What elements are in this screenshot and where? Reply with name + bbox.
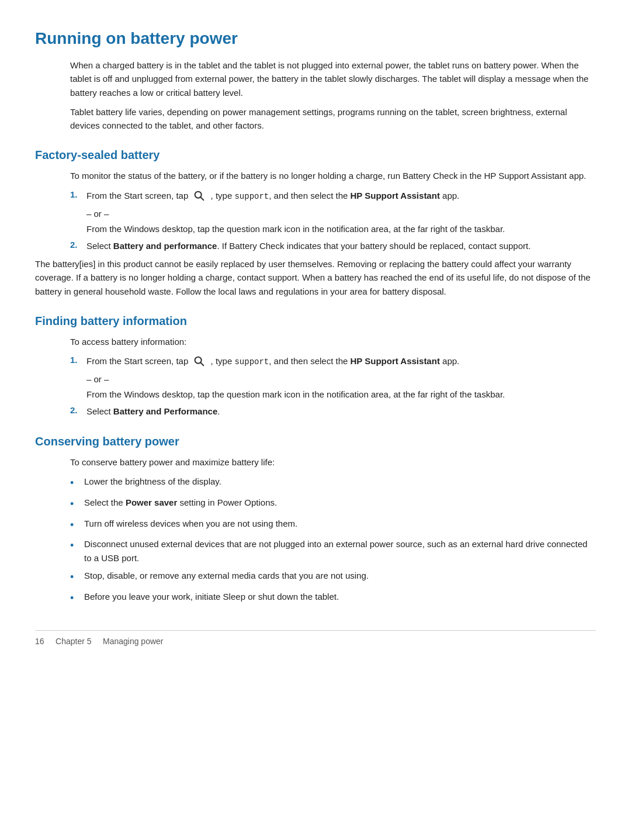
- or-separator-2: – or –: [86, 374, 596, 384]
- factory-step-1: 1. From the Start screen, tap , type sup…: [70, 189, 596, 204]
- conserving-bullet-list: • Lower the brightness of the display. •…: [70, 475, 596, 607]
- conserving-title: Conserving battery power: [35, 435, 596, 448]
- bullet-item-4: • Disconnect unused external devices tha…: [70, 537, 596, 565]
- svg-line-1: [201, 197, 204, 200]
- factory-sealed-title: Factory-sealed battery: [35, 148, 596, 162]
- warranty-text: The battery[ies] in this product cannot …: [35, 257, 596, 298]
- bullet-item-6: • Before you leave your work, initiate S…: [70, 590, 596, 607]
- bullet-item-2: • Select the Power saver setting in Powe…: [70, 496, 596, 513]
- svg-line-3: [201, 362, 204, 365]
- bullet-item-3: • Turn off wireless devices when you are…: [70, 517, 596, 534]
- bullet-dot-6: •: [70, 590, 84, 607]
- finding-battery-intro: To access battery information:: [70, 335, 596, 348]
- bullet-text-6: Before you leave your work, initiate Sle…: [84, 590, 596, 603]
- step-1-app-name: HP Support Assistant: [351, 191, 440, 201]
- step-1-content: From the Start screen, tap , type suppor…: [86, 189, 596, 204]
- factory-step-2: 2. Select Battery and performance. If Ba…: [70, 239, 596, 253]
- step-2-number: 2.: [70, 239, 86, 250]
- from-desktop-2: From the Windows desktop, tap the questi…: [86, 388, 596, 401]
- power-saver-bold: Power saver: [126, 497, 177, 507]
- page-footer: 16 Chapter 5 Managing power: [35, 630, 596, 646]
- factory-sealed-intro: To monitor the status of the battery, or…: [70, 169, 596, 182]
- bullet-text-4: Disconnect unused external devices that …: [84, 537, 596, 565]
- finding-battery-title: Finding battery information: [35, 314, 596, 328]
- intro-para1: When a charged battery is in the tablet …: [70, 58, 596, 99]
- page-title: Running on battery power: [35, 29, 596, 48]
- bullet-item-1: • Lower the brightness of the display.: [70, 475, 596, 492]
- bullet-dot-5: •: [70, 569, 84, 586]
- footer-chapter: Chapter 5: [56, 637, 91, 646]
- step-2-bold: Battery and performance: [113, 241, 217, 251]
- finding-step-2-number: 2.: [70, 405, 86, 415]
- finding-battery-step2: 2. Select Battery and Performance.: [70, 405, 596, 418]
- step-2-content: Select Battery and performance. If Batte…: [86, 239, 596, 253]
- factory-sealed-step2: 2. Select Battery and performance. If Ba…: [70, 239, 596, 253]
- bullet-item-5: • Stop, disable, or remove any external …: [70, 569, 596, 586]
- intro-para2: Tablet battery life varies, depending on…: [70, 105, 596, 133]
- footer-page-number: 16: [35, 637, 44, 646]
- search-icon: [192, 188, 207, 203]
- bullet-text-3: Turn off wireless devices when you are n…: [84, 517, 596, 530]
- bullet-text-5: Stop, disable, or remove any external me…: [84, 569, 596, 582]
- finding-step-2-content: Select Battery and Performance.: [86, 405, 596, 418]
- finding-battery-steps: 1. From the Start screen, tap , type sup…: [70, 354, 596, 369]
- finding-step-1: 1. From the Start screen, tap , type sup…: [70, 354, 596, 369]
- bullet-text-2: Select the Power saver setting in Power …: [84, 496, 596, 509]
- bullet-dot-2: •: [70, 496, 84, 513]
- finding-step-2-bold: Battery and Performance: [113, 406, 217, 416]
- step-1-code: support: [234, 192, 269, 201]
- footer-chapter-title: Managing power: [103, 637, 164, 646]
- bullet-dot-1: •: [70, 475, 84, 492]
- factory-sealed-steps: 1. From the Start screen, tap , type sup…: [70, 189, 596, 204]
- finding-step-1-content: From the Start screen, tap , type suppor…: [86, 354, 596, 369]
- or-separator-1: – or –: [86, 209, 596, 219]
- from-desktop-1: From the Windows desktop, tap the questi…: [86, 222, 596, 236]
- step-1-number: 1.: [70, 189, 86, 199]
- search-icon-2: [192, 354, 207, 369]
- bullet-dot-4: •: [70, 538, 84, 554]
- bullet-text-1: Lower the brightness of the display.: [84, 475, 596, 488]
- finding-step-1-number: 1.: [70, 354, 86, 365]
- bullet-dot-3: •: [70, 517, 84, 534]
- finding-step-2: 2. Select Battery and Performance.: [70, 405, 596, 418]
- finding-step-1-app-name: HP Support Assistant: [351, 356, 440, 366]
- conserving-intro: To conserve battery power and maximize b…: [70, 455, 596, 469]
- finding-step-1-code: support: [234, 357, 269, 367]
